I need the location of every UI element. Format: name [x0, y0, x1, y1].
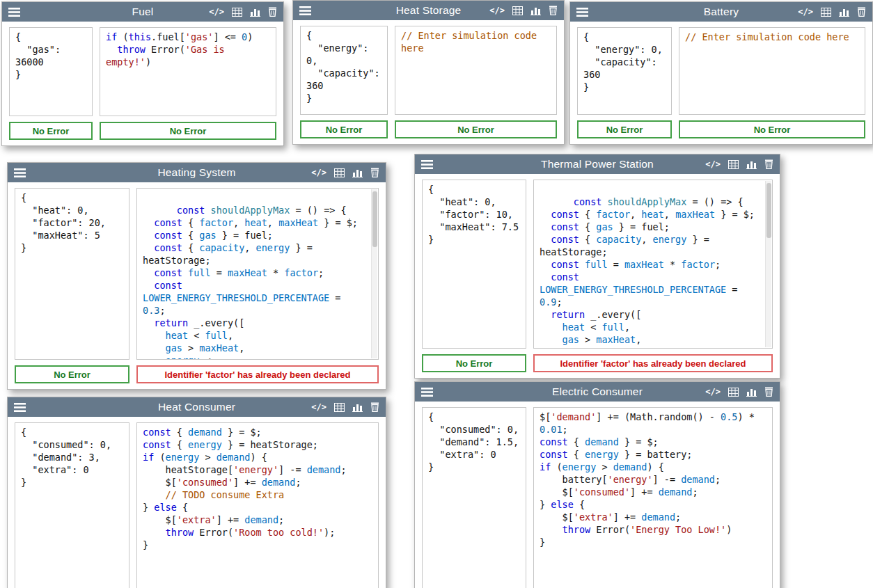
code-scrollbar[interactable]	[371, 189, 377, 358]
code-status-badge: No Error	[395, 120, 557, 138]
state-status-badge: No Error	[300, 120, 388, 138]
panel-titlebar[interactable]: Fuel </>	[2, 2, 283, 22]
bar-chart-icon[interactable]	[839, 8, 849, 17]
code-editor[interactable]: const shouldApplyMax = () => { const { f…	[136, 188, 379, 360]
hamburger-menu-icon[interactable]	[14, 403, 26, 412]
panel-titlebar[interactable]: Electric Consumer </>	[415, 382, 780, 402]
trash-icon[interactable]	[857, 7, 866, 17]
trash-icon[interactable]	[764, 159, 773, 169]
code-editor-icon[interactable]: </>	[311, 402, 327, 412]
bar-chart-icon[interactable]	[352, 168, 363, 177]
state-json-editor[interactable]: { "heat": 0, "factor": 20, "maxHeat": 5 …	[15, 188, 129, 360]
code-editor-icon[interactable]: </>	[311, 168, 327, 177]
hamburger-menu-icon[interactable]	[8, 8, 20, 17]
state-json-editor[interactable]: { "energy": 0, "capacity": 360 }	[577, 27, 672, 115]
code-status-badge: Identifier 'factor' has already been dec…	[136, 365, 379, 383]
state-json-editor[interactable]: { "energy": 0, "capacity": 360 }	[300, 26, 388, 115]
code-editor[interactable]: const { demand } = $; const { energy } =…	[136, 422, 379, 588]
state-json-editor[interactable]: { "heat": 0, "factor": 10, "maxHeat": 7.…	[422, 180, 526, 349]
panel-titlebar[interactable]: Heating System </>	[8, 163, 386, 182]
code-editor-icon[interactable]: </>	[798, 7, 813, 17]
code-text: const shouldApplyMax = () => { const { f…	[540, 196, 766, 349]
scrollbar-thumb[interactable]	[766, 183, 771, 238]
panel-titlebar[interactable]: Heat Consumer </>	[8, 397, 386, 417]
state-status-badge: No Error	[9, 122, 93, 140]
table-view-icon[interactable]	[232, 8, 242, 17]
code-status-badge: Identifier 'factor' has already been dec…	[533, 354, 773, 372]
code-editor[interactable]: // Enter simulation code here	[679, 27, 865, 115]
panel-thermal-power-station: Thermal Power Station </> { "heat": 0, "…	[414, 154, 780, 379]
state-json-editor[interactable]: { "consumed": 0, "demand": 3, "extra": 0…	[15, 422, 129, 588]
code-editor-icon[interactable]: </>	[705, 387, 721, 397]
code-editor[interactable]: $['demand'] += (Math.random() - 0.5) * 0…	[533, 407, 773, 588]
code-status-badge: No Error	[679, 120, 865, 138]
state-json-editor[interactable]: { "gas": 36000 }	[9, 27, 93, 116]
code-editor[interactable]: if (this.fuel['gas'] <= 0) throw Error('…	[100, 27, 276, 116]
code-editor[interactable]: const shouldApplyMax = () => { const { f…	[533, 180, 773, 349]
hamburger-menu-icon[interactable]	[421, 388, 433, 397]
trash-icon[interactable]	[370, 402, 379, 412]
panel-titlebar[interactable]: Battery </>	[570, 2, 872, 22]
bar-chart-icon[interactable]	[746, 388, 757, 397]
bar-chart-icon[interactable]	[250, 8, 260, 17]
state-status-badge: No Error	[577, 120, 672, 138]
code-editor-icon[interactable]: </>	[209, 7, 224, 17]
panel-fuel: Fuel </> { "gas": 36000 } if (this.fuel[…	[1, 1, 284, 146]
hamburger-menu-icon[interactable]	[576, 8, 588, 17]
table-view-icon[interactable]	[821, 8, 831, 17]
table-view-icon[interactable]	[728, 388, 739, 397]
code-text: const shouldApplyMax = () => { const { f…	[143, 205, 369, 360]
code-scrollbar[interactable]	[765, 181, 771, 347]
panel-heat-consumer: Heat Consumer </> { "consumed": 0, "dema…	[7, 397, 386, 588]
panel-heat-storage: Heat Storage </> { "energy": 0, "capacit…	[292, 0, 565, 145]
panel-titlebar[interactable]: Thermal Power Station </>	[415, 154, 780, 174]
bar-chart-icon[interactable]	[746, 160, 757, 169]
code-editor-icon[interactable]: </>	[705, 159, 721, 169]
trash-icon[interactable]	[764, 387, 773, 397]
table-view-icon[interactable]	[512, 6, 523, 15]
table-view-icon[interactable]	[334, 168, 345, 177]
panel-heating-system: Heating System </> { "heat": 0, "factor"…	[7, 162, 386, 390]
scrollbar-thumb[interactable]	[372, 191, 377, 247]
trash-icon[interactable]	[370, 168, 379, 177]
state-json-editor[interactable]: { "consumed": 0, "demand": 1.5, "extra":…	[422, 407, 526, 588]
hamburger-menu-icon[interactable]	[299, 6, 311, 15]
table-view-icon[interactable]	[728, 160, 739, 169]
code-status-badge: No Error	[100, 122, 276, 140]
trash-icon[interactable]	[549, 6, 558, 15]
hamburger-menu-icon[interactable]	[421, 160, 433, 169]
bar-chart-icon[interactable]	[530, 6, 541, 15]
code-editor[interactable]: // Enter simulation code here	[395, 26, 557, 115]
panel-titlebar[interactable]: Heat Storage </>	[293, 1, 564, 20]
state-status-badge: No Error	[15, 365, 129, 383]
code-editor-icon[interactable]: </>	[489, 6, 505, 15]
panel-electric-consumer: Electric Consumer </> { "consumed": 0, "…	[414, 381, 780, 588]
panel-battery: Battery </> { "energy": 0, "capacity": 3…	[569, 1, 873, 145]
table-view-icon[interactable]	[334, 403, 345, 412]
bar-chart-icon[interactable]	[352, 403, 363, 412]
hamburger-menu-icon[interactable]	[14, 168, 26, 177]
state-status-badge: No Error	[422, 354, 526, 372]
trash-icon[interactable]	[268, 7, 277, 17]
